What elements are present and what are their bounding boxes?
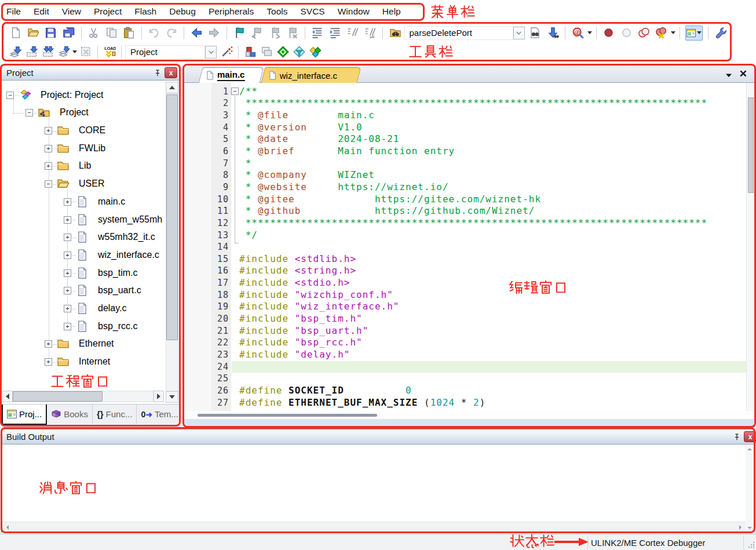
new-icon[interactable]: [9, 26, 23, 40]
tree-item-w55mh32-it-c[interactable]: +w55mh32_it.c: [2, 228, 165, 246]
tree-item-wiz-interface-c[interactable]: +wiz_interface.c: [2, 246, 165, 264]
pin-icon[interactable]: [732, 432, 742, 442]
build-output-content[interactable]: [2, 445, 746, 522]
collapse-icon[interactable]: −: [6, 92, 14, 99]
undo-icon[interactable]: [147, 26, 161, 40]
cut-icon[interactable]: [87, 26, 101, 40]
targetopt-icon[interactable]: [243, 45, 257, 59]
expand-icon[interactable]: +: [64, 269, 71, 277]
expand-icon[interactable]: +: [45, 340, 52, 348]
flagprev-icon[interactable]: [250, 26, 264, 40]
dropdown-caret-icon[interactable]: [670, 27, 676, 39]
bp-icon[interactable]: [602, 26, 616, 40]
tree-item-fwlib[interactable]: +FWLib: [2, 140, 165, 158]
panel-tab-tem[interactable]: 0➜Tem...: [137, 405, 182, 424]
bpall-icon[interactable]: [637, 26, 651, 40]
indentr-icon[interactable]: [328, 26, 342, 40]
expand-icon[interactable]: +: [64, 216, 71, 224]
tree-item-internet[interactable]: +Internet: [2, 353, 165, 371]
menu-item-window[interactable]: Window: [331, 5, 376, 19]
expand-icon[interactable]: +: [64, 287, 71, 294]
bpkill-icon[interactable]: [655, 26, 669, 40]
build-vertical-scrollbar[interactable]: [746, 445, 754, 533]
dropdown-caret-icon[interactable]: [587, 27, 593, 39]
build-icon[interactable]: [24, 45, 38, 59]
panel-tab-books[interactable]: ?Books: [47, 405, 93, 424]
editor-horizontal-scrollbar[interactable]: [184, 411, 754, 419]
panel-tab-proj[interactable]: Proj...: [2, 405, 47, 425]
redo-icon[interactable]: [165, 26, 178, 40]
tree-item-bsp-uart-c[interactable]: +bsp_uart.c: [2, 282, 165, 300]
finddoc-icon[interactable]: [528, 26, 542, 40]
comment-icon[interactable]: [346, 26, 360, 40]
menu-item-tools[interactable]: Tools: [260, 5, 294, 19]
build-horizontal-scrollbar[interactable]: [2, 522, 746, 533]
save-icon[interactable]: [44, 26, 58, 40]
project-vertical-scrollbar[interactable]: [166, 82, 178, 403]
expand-icon[interactable]: +: [64, 305, 71, 312]
flag-icon[interactable]: [232, 26, 246, 40]
close-icon[interactable]: x: [165, 67, 177, 78]
menu-item-peripherals[interactable]: Peripherals: [202, 5, 260, 19]
menu-item-flash[interactable]: Flash: [128, 5, 163, 19]
expand-icon[interactable]: +: [45, 145, 52, 152]
tree-item-bsp-rcc-c[interactable]: +bsp_rcc.c: [2, 318, 165, 336]
rebuild-icon[interactable]: [41, 45, 54, 59]
bpoff-icon[interactable]: [619, 26, 633, 40]
tree-item-project[interactable]: −Project: [2, 104, 165, 122]
editor-close-icon[interactable]: ✕: [739, 68, 747, 80]
open-icon[interactable]: [27, 26, 41, 40]
editor-tab-main-c[interactable]: main.c: [199, 67, 264, 83]
combobox-dropdown-icon[interactable]: [513, 27, 525, 39]
fwd-icon[interactable]: [207, 26, 221, 40]
translate-icon[interactable]: [8, 45, 22, 59]
find-combobox[interactable]: parseDeletePort: [404, 26, 513, 40]
batch-icon[interactable]: [57, 45, 71, 59]
expand-icon[interactable]: +: [45, 127, 52, 134]
collapse-icon[interactable]: −: [45, 180, 52, 188]
expand-icon[interactable]: +: [45, 162, 52, 170]
expand-icon[interactable]: +: [64, 323, 71, 330]
funnel-icon[interactable]: [292, 45, 306, 59]
dropdown-caret-icon[interactable]: [72, 46, 78, 58]
window-layout-button[interactable]: [685, 26, 703, 41]
expand-icon[interactable]: +: [45, 358, 52, 366]
tab-list-dropdown-icon[interactable]: [725, 70, 732, 81]
flagclear-icon[interactable]: [285, 26, 299, 40]
editor-vertical-scrollbar[interactable]: [746, 83, 754, 411]
expand-icon[interactable]: +: [64, 252, 71, 259]
paste-icon[interactable]: [122, 26, 136, 40]
close-icon[interactable]: x: [744, 431, 756, 442]
load-icon[interactable]: LOAD: [103, 45, 116, 59]
wand-icon[interactable]: [220, 45, 233, 59]
findfolder-icon[interactable]: [388, 26, 402, 40]
menu-item-svcs[interactable]: SVCS: [294, 5, 331, 19]
target-combobox[interactable]: Project: [125, 45, 205, 59]
project-horizontal-scrollbar[interactable]: [2, 391, 165, 402]
tree-item-ethernet[interactable]: +Ethernet: [2, 335, 165, 353]
indentl-icon[interactable]: [311, 26, 324, 40]
menu-item-project[interactable]: Project: [87, 5, 128, 19]
copy-icon[interactable]: [104, 26, 118, 40]
menu-item-view[interactable]: View: [56, 5, 87, 19]
editor-tab-wiz-interface-c[interactable]: wiz_interface.c: [261, 67, 361, 83]
expand-icon[interactable]: +: [64, 234, 71, 241]
tree-item-user[interactable]: −USER: [2, 175, 165, 193]
winstack-icon[interactable]: [260, 45, 273, 59]
wrench-icon[interactable]: [714, 26, 728, 40]
tree-item-system-w55mh[interactable]: +system_w55mh: [2, 211, 165, 229]
code-area[interactable]: 1234567891011121314151617181920212223242…: [184, 83, 754, 419]
menu-item-help[interactable]: Help: [376, 5, 407, 19]
uncomment-icon[interactable]: [363, 26, 377, 40]
combobox-dropdown-icon[interactable]: [205, 46, 217, 59]
expand-icon[interactable]: +: [64, 198, 71, 206]
menu-item-file[interactable]: File: [0, 5, 27, 19]
tree-item-core[interactable]: +CORE: [2, 122, 165, 140]
findnext-icon[interactable]: [546, 26, 560, 40]
flagnext-icon[interactable]: [268, 26, 282, 40]
tree-item-delay-c[interactable]: +delay.c: [2, 300, 165, 318]
resize-grip[interactable]: [748, 541, 755, 548]
debugq-icon[interactable]: @: [571, 26, 585, 40]
pin-icon[interactable]: [153, 68, 162, 78]
diamulti-icon[interactable]: [308, 45, 322, 59]
